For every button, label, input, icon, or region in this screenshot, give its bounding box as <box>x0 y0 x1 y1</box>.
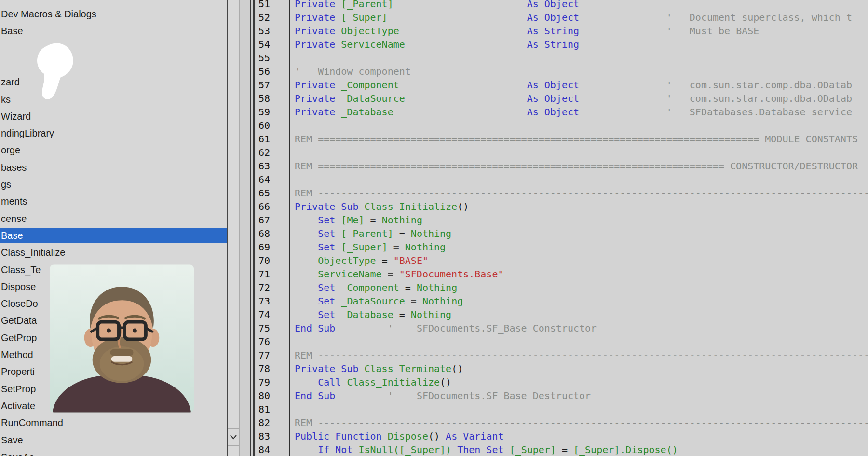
line-number: 84 <box>258 443 270 456</box>
sidebar-item[interactable]: Dev Macros & Dialogs <box>0 7 227 22</box>
line-number: 57 <box>258 78 270 92</box>
line-number: 78 <box>258 362 270 375</box>
code-line[interactable]: REM ====================================… <box>295 132 868 146</box>
line-number: 58 <box>258 92 270 105</box>
code-line[interactable]: Private Sub Class_Terminate() <box>295 362 868 375</box>
portrait-photo <box>50 264 194 413</box>
line-number: 77 <box>258 348 270 362</box>
code-line[interactable]: Private ObjectType As String ' Must be B… <box>295 24 868 38</box>
portrait-photo-overlay <box>50 264 194 413</box>
line-number: 60 <box>258 119 270 132</box>
line-number-gutter[interactable]: 5152535455565758596061626364656667686970… <box>256 0 290 456</box>
chevron-down-icon <box>229 434 238 440</box>
code-line[interactable]: Public Function Dispose() As Variant <box>295 429 868 443</box>
line-number: 81 <box>258 402 270 416</box>
code-line[interactable]: Private [_Parent] As Object <box>295 0 868 11</box>
sidebar-item[interactable]: Wizard <box>0 109 227 124</box>
code-lines: Private [_Parent] As ObjectPrivate [_Sup… <box>295 0 868 456</box>
code-line[interactable]: Set [Me] = Nothing <box>295 213 868 227</box>
code-line[interactable]: ObjectType = "BASE" <box>295 254 868 267</box>
line-number: 82 <box>258 416 270 429</box>
code-line[interactable]: Set [_Super] = Nothing <box>295 240 868 254</box>
code-line[interactable]: ServiceName = "SFDocuments.Base" <box>295 267 868 281</box>
line-number: 56 <box>258 65 270 78</box>
splitter-line <box>253 0 255 456</box>
sidebar-item[interactable]: Class_Initialize <box>0 245 227 260</box>
line-number: 52 <box>258 11 270 24</box>
scroll-down-button[interactable] <box>228 428 239 446</box>
line-number: 51 <box>258 0 270 11</box>
blob-shape <box>34 41 75 102</box>
line-number: 80 <box>258 389 270 402</box>
code-line[interactable]: If Not IsNull([_Super]) Then Set [_Super… <box>295 443 868 456</box>
code-line[interactable]: Set _Database = Nothing <box>295 308 868 321</box>
code-line[interactable]: Set _Component = Nothing <box>295 281 868 294</box>
line-number: 76 <box>258 335 270 348</box>
code-line[interactable]: Call Class_Initialize() <box>295 375 868 389</box>
line-number: 63 <box>258 159 270 173</box>
code-line[interactable]: Private Sub Class_Initialize() <box>295 200 868 213</box>
line-number: 62 <box>258 146 270 159</box>
code-line[interactable]: Private [_Super] As Object ' Document su… <box>295 11 868 24</box>
sidebar-item[interactable]: gs <box>0 177 227 192</box>
code-line[interactable]: ' Window component <box>295 65 868 78</box>
line-number: 59 <box>258 105 270 119</box>
line-number: 55 <box>258 51 270 65</box>
code-line[interactable]: End Sub ' SFDocuments.SF_Base Destructor <box>295 389 868 402</box>
line-number: 67 <box>258 213 270 227</box>
line-number: 83 <box>258 429 270 443</box>
sidebar-item[interactable]: Save <box>0 433 227 448</box>
sidebar-item[interactable]: ments <box>0 194 227 209</box>
code-line[interactable] <box>295 335 868 348</box>
sidebar-item[interactable]: Base <box>0 24 227 39</box>
code-line[interactable]: Private _Component As Object ' com.sun.s… <box>295 78 868 92</box>
code-line[interactable]: End Sub ' SFDocuments.SF_Base Constructo… <box>295 321 868 335</box>
line-number: 64 <box>258 173 270 186</box>
catalog-scrollbar[interactable] <box>227 0 239 456</box>
line-number: 61 <box>258 132 270 146</box>
code-line[interactable]: REM ------------------------------------… <box>295 416 868 429</box>
code-line[interactable]: REM ====================================… <box>295 159 868 173</box>
code-line[interactable] <box>295 402 868 416</box>
sidebar-item[interactable]: cense <box>0 211 227 226</box>
code-editor[interactable]: Private [_Parent] As ObjectPrivate [_Sup… <box>292 0 868 456</box>
code-line[interactable]: REM ------------------------------------… <box>295 348 868 362</box>
line-number: 71 <box>258 267 270 281</box>
line-number: 65 <box>258 186 270 200</box>
line-number: 73 <box>258 294 270 308</box>
line-number: 75 <box>258 321 270 335</box>
line-number: 74 <box>258 308 270 321</box>
line-numbers: 5152535455565758596061626364656667686970… <box>258 0 270 456</box>
code-line[interactable]: Private _DataSource As Object ' com.sun.… <box>295 92 868 105</box>
code-line[interactable]: Private ServiceName As String <box>295 38 868 51</box>
line-number: 68 <box>258 227 270 240</box>
line-number: 69 <box>258 240 270 254</box>
line-number: 72 <box>258 281 270 294</box>
code-line[interactable] <box>295 173 868 186</box>
sidebar-item[interactable]: orge <box>0 143 227 158</box>
code-line[interactable] <box>295 51 868 65</box>
code-line[interactable] <box>295 146 868 159</box>
line-number: 79 <box>258 375 270 389</box>
line-number: 54 <box>258 38 270 51</box>
white-blob-annotation <box>34 41 75 102</box>
code-line[interactable]: REM ------------------------------------… <box>295 186 868 200</box>
object-catalog-panel: Dev Macros & DialogsBasezardksWizardndin… <box>0 0 227 456</box>
code-line[interactable]: Set _DataSource = Nothing <box>295 294 868 308</box>
splitter-line <box>250 0 251 456</box>
line-number: 70 <box>258 254 270 267</box>
basic-ide-window: Dev Macros & DialogsBasezardksWizardndin… <box>0 0 868 456</box>
sidebar-item[interactable]: SaveAs <box>0 450 227 456</box>
sidebar-item-selected[interactable]: Base <box>0 228 227 243</box>
code-line[interactable] <box>295 119 868 132</box>
sidebar-item[interactable]: bases <box>0 160 227 175</box>
pane-splitter[interactable] <box>239 0 256 456</box>
sidebar-item[interactable]: RunCommand <box>0 415 227 430</box>
line-number: 53 <box>258 24 270 38</box>
sidebar-item[interactable]: ndingLibrary <box>0 126 227 141</box>
code-line[interactable]: Private _Database As Object ' SFDatabase… <box>295 105 868 119</box>
code-line[interactable]: Set [_Parent] = Nothing <box>295 227 868 240</box>
line-number: 66 <box>258 200 270 213</box>
